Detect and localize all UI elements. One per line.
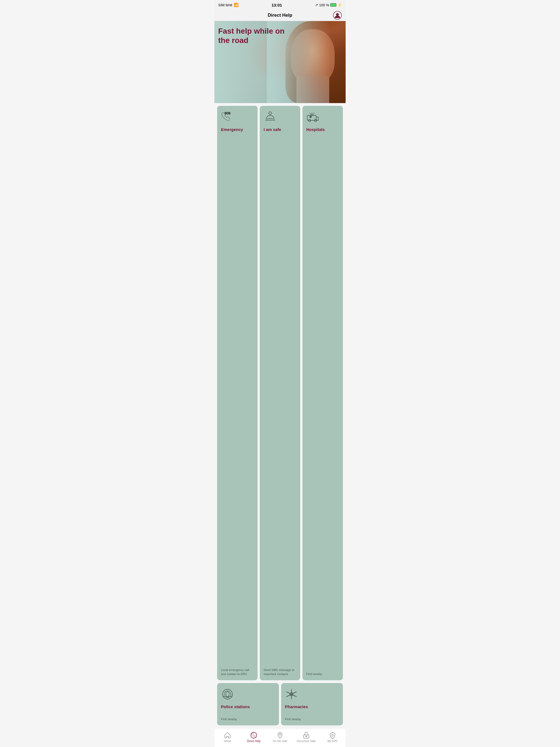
hand-person-icon xyxy=(263,110,297,124)
cards-grid-row1: SOS Emergency Local emergency call and c… xyxy=(214,103,346,683)
nav-label-home: Home xyxy=(224,740,231,743)
cards-grid-row2: Police stations Find nearby Pharmacies F… xyxy=(214,683,346,728)
status-left: SIM fehlt 📶 xyxy=(218,3,238,7)
svg-point-1 xyxy=(336,13,339,16)
battery-icon xyxy=(330,3,336,6)
svg-point-22 xyxy=(306,736,307,737)
status-bar: SIM fehlt 📶 13:01 ↗ 100 % ⚡ xyxy=(214,0,346,10)
svg-line-10 xyxy=(309,113,310,113)
status-time: 13:01 xyxy=(272,3,282,7)
nav-item-home[interactable]: Home xyxy=(214,730,240,744)
bottom-nav: Home Direct Help On the road Document Sa… xyxy=(214,728,346,747)
police-stations-card-title: Police stations xyxy=(221,704,275,709)
nav-item-direct-help[interactable]: Direct Help xyxy=(240,730,267,744)
caduceus-icon xyxy=(285,687,339,701)
nav-item-document-safe[interactable]: Document Safe xyxy=(293,730,320,744)
police-stations-card[interactable]: Police stations Find nearby xyxy=(217,683,279,725)
sim-status: SIM fehlt xyxy=(218,3,232,7)
location-arrow-icon: ↗ xyxy=(315,3,318,7)
i-am-safe-card-title: I am safe xyxy=(263,127,297,132)
pharmacies-card-desc: Find nearby xyxy=(285,717,339,721)
hospitals-card-desc: Find nearby xyxy=(306,672,339,676)
pin-icon xyxy=(276,732,284,739)
hospitals-card-title: Hospitals xyxy=(306,127,339,132)
hero-title: Fast help while on the road xyxy=(218,27,290,45)
police-icon xyxy=(221,687,275,701)
hero-section: Fast help while on the road xyxy=(214,21,346,103)
profile-button[interactable] xyxy=(333,11,342,20)
emergency-card-title: Emergency xyxy=(221,127,254,132)
svg-point-8 xyxy=(314,120,316,122)
svg-point-7 xyxy=(308,120,311,122)
svg-rect-9 xyxy=(311,114,313,115)
house-icon xyxy=(224,732,231,739)
svg-text:SOS: SOS xyxy=(225,112,230,115)
svg-rect-6 xyxy=(310,115,311,118)
charging-icon: ⚡ xyxy=(337,3,342,7)
i-am-safe-card[interactable]: I am safe Send SMS message to important … xyxy=(260,106,300,680)
lock-icon xyxy=(303,732,310,739)
hospitals-card[interactable]: Hospitals Find nearby xyxy=(302,106,343,680)
ambulance-icon xyxy=(306,110,339,124)
pharmacies-card-title: Pharmacies xyxy=(285,704,339,709)
emergency-card-desc: Local emergency call and contact to ERV xyxy=(221,668,254,676)
app-title: Direct Help xyxy=(268,12,292,18)
pharmacies-card[interactable]: Pharmacies Find nearby xyxy=(281,683,343,725)
nav-label-document-safe: Document Safe xyxy=(297,740,316,743)
nav-item-on-the-road[interactable]: On the road xyxy=(267,730,293,744)
police-stations-card-desc: Find nearby xyxy=(221,717,275,721)
nav-label-direct-help: Direct Help xyxy=(247,740,260,743)
sos-phone-icon: SOS xyxy=(221,110,254,124)
svg-line-11 xyxy=(314,113,314,113)
nav-label-my-erv: My ERV xyxy=(328,740,338,743)
nav-item-my-erv[interactable]: My ERV xyxy=(320,730,346,744)
status-right: ↗ 100 % ⚡ xyxy=(315,3,342,7)
wifi-icon: 📶 xyxy=(234,3,238,7)
shield-icon xyxy=(329,732,336,739)
svg-point-3 xyxy=(269,112,272,114)
i-am-safe-card-desc: Send SMS message to important contacts xyxy=(263,668,297,676)
svg-point-20 xyxy=(279,733,281,735)
battery-percent: 100 % xyxy=(319,3,329,7)
emergency-card[interactable]: SOS Emergency Local emergency call and c… xyxy=(217,106,258,680)
phone-circle-icon xyxy=(250,732,257,739)
app-header: Direct Help xyxy=(214,10,346,21)
nav-label-on-the-road: On the road xyxy=(273,740,287,743)
